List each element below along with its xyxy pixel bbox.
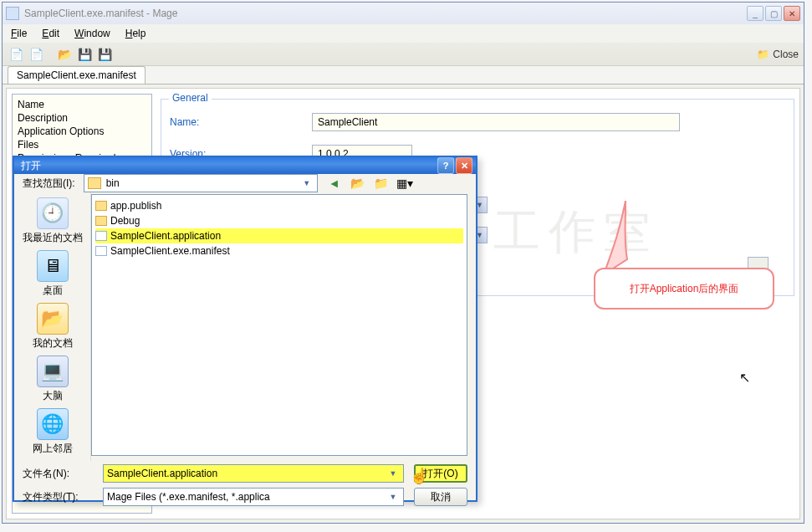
network-icon: 🌐 [37, 408, 69, 440]
list-item[interactable]: app.publish [95, 198, 463, 213]
saveall-icon[interactable]: 💾 [96, 46, 113, 63]
dialog-titlebar[interactable]: 打开 ? ✕ [14, 157, 476, 174]
sidebar-item-appoptions[interactable]: Application Options [16, 125, 148, 138]
maximize-button[interactable]: ▢ [765, 6, 782, 21]
computer-icon: 💻 [37, 356, 69, 387]
place-recent-label: 我最近的文档 [19, 231, 86, 245]
callout-tail [602, 201, 649, 276]
file-icon [95, 231, 107, 241]
open-file-dialog: 打开 ? ✕ 查找范围(I): bin ▼ ◄ 📂 📁 ▦▾ 🕘我最近的文档 🖥… [13, 156, 477, 502]
place-computer-label: 大脑 [19, 389, 86, 403]
filename-input[interactable]: SampleClient.application▼ [103, 464, 404, 483]
sidebar-item-files[interactable]: Files [16, 138, 148, 151]
filetype-label: 文件类型(T): [23, 490, 93, 504]
toolbar: 📄 📄 📂 💾 💾 📁 Close [3, 43, 804, 66]
dialog-title: 打开 [18, 159, 436, 173]
menu-help[interactable]: Help [125, 28, 146, 39]
lookin-combo[interactable]: bin ▼ [84, 174, 318, 192]
dialog-close-button[interactable]: ✕ [456, 157, 472, 174]
recent-icon: 🕘 [37, 197, 69, 229]
folder-icon [88, 177, 101, 189]
filetype-input[interactable]: Mage Files (*.exe.manifest, *.applica▼ [103, 488, 404, 506]
file-name: app.publish [110, 200, 161, 212]
desktop-icon: 🖥 [37, 250, 69, 282]
close-tab-button[interactable]: 📁 Close [757, 49, 799, 60]
cursor-arrow-icon: ↖ [739, 370, 750, 386]
list-item-selected[interactable]: SampleClient.application [95, 228, 463, 243]
sidebar-item-name[interactable]: Name [16, 98, 148, 111]
dialog-body: 🕘我最近的文档 🖥桌面 📂我的文档 💻大脑 🌐网上邻居 app.publish … [14, 192, 476, 461]
close-folder-icon: 📁 [757, 49, 769, 60]
dialog-lookin-row: 查找范围(I): bin ▼ ◄ 📂 📁 ▦▾ [14, 174, 476, 192]
menu-window[interactable]: Window [74, 28, 110, 39]
chevron-down-icon: ▼ [386, 469, 400, 478]
place-desktop-label: 桌面 [19, 284, 86, 298]
app-icon [6, 7, 19, 20]
file-name: Debug [110, 215, 140, 227]
place-network-label: 网上邻居 [19, 442, 86, 456]
file-name: SampleClient.exe.manifest [110, 245, 230, 257]
up-icon[interactable]: 📂 [350, 175, 366, 192]
lookin-label: 查找范围(I): [23, 176, 75, 191]
place-recent[interactable]: 🕘我最近的文档 [19, 197, 86, 245]
window-title: SampleClient.exe.manifest - Mage [24, 8, 747, 19]
places-bar: 🕘我最近的文档 🖥桌面 📂我的文档 💻大脑 🌐网上邻居 [14, 192, 91, 461]
place-computer[interactable]: 💻大脑 [19, 356, 86, 403]
place-mydocs[interactable]: 📂我的文档 [19, 303, 86, 350]
views-icon[interactable]: ▦▾ [396, 175, 413, 192]
place-desktop[interactable]: 🖥桌面 [19, 250, 86, 298]
menu-edit[interactable]: Edit [42, 28, 59, 39]
titlebar[interactable]: SampleClient.exe.manifest - Mage _ ▢ ✕ [3, 3, 804, 24]
general-legend: General [169, 92, 212, 104]
cursor-hand-icon: ☝️ [410, 467, 428, 485]
callout-bubble: 打开Application后的界面 [594, 268, 774, 309]
callout-text: 打开Application后的界面 [630, 282, 739, 296]
list-item[interactable]: Debug [95, 213, 463, 228]
list-item[interactable]: SampleClient.exe.manifest [95, 243, 463, 258]
minimize-button[interactable]: _ [747, 6, 763, 21]
lookin-value: bin [106, 177, 120, 189]
filename-label: 文件名(N): [23, 467, 93, 481]
filetype-value: Mage Files (*.exe.manifest, *.applica [107, 491, 270, 503]
new2-icon[interactable]: 📄 [28, 46, 44, 63]
close-tab-label: Close [773, 49, 799, 60]
save-icon[interactable]: 💾 [76, 46, 93, 63]
dialog-help-button[interactable]: ? [437, 157, 454, 174]
sidebar-item-description[interactable]: Description [16, 111, 148, 125]
newfolder-icon[interactable]: 📁 [373, 175, 390, 192]
open-icon[interactable]: 📂 [56, 46, 73, 63]
new-icon[interactable]: 📄 [8, 46, 24, 63]
name-input[interactable]: SampleClient [312, 113, 680, 131]
name-label: Name: [170, 116, 312, 128]
filename-value: SampleClient.application [107, 468, 217, 479]
place-mydocs-label: 我的文档 [19, 336, 86, 350]
folder-icon [95, 216, 107, 226]
document-tabs: SampleClient.exe.manifest [3, 66, 804, 84]
file-name: SampleClient.application [110, 230, 221, 242]
menubar: File Edit Window Help [3, 24, 804, 43]
file-list[interactable]: app.publish Debug SampleClient.applicati… [91, 194, 467, 456]
document-tab[interactable]: SampleClient.exe.manifest [8, 66, 146, 84]
cancel-button[interactable]: 取消 [414, 488, 467, 506]
back-icon[interactable]: ◄ [326, 175, 343, 192]
close-button[interactable]: ✕ [784, 6, 800, 21]
dialog-bottom: 文件名(N): SampleClient.application▼ 打开(O) … [14, 461, 476, 521]
mydocs-icon: 📂 [37, 303, 69, 335]
chevron-down-icon: ▼ [386, 493, 400, 501]
file-icon [95, 246, 107, 256]
place-network[interactable]: 🌐网上邻居 [19, 408, 86, 456]
chevron-down-icon: ▼ [300, 179, 314, 187]
menu-file[interactable]: File [11, 28, 27, 39]
folder-icon [95, 201, 107, 211]
